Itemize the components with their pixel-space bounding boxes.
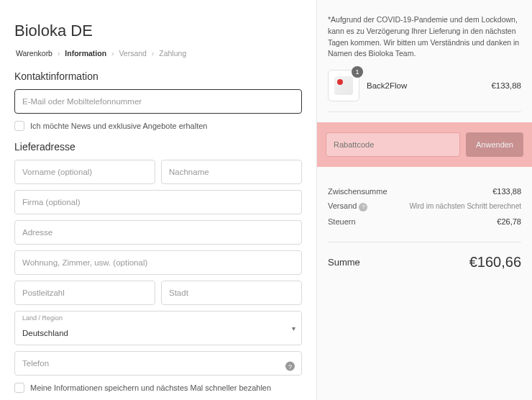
news-checkbox[interactable] — [14, 121, 24, 131]
subtotal-label: Zwischensumme — [328, 187, 387, 196]
chevron-down-icon: ▾ — [292, 324, 295, 332]
zip-field[interactable] — [14, 281, 155, 305]
tax-label: Steuern — [328, 217, 356, 226]
breadcrumb-information: Information — [65, 49, 106, 58]
tax-value: €26,78 — [497, 217, 521, 226]
contact-heading: Kontaktinformation — [14, 71, 302, 82]
country-select[interactable]: Land / Region Deutschland ▾ — [14, 311, 302, 345]
total-label: Summe — [328, 257, 360, 268]
email-field[interactable] — [14, 89, 302, 114]
cart-item: 1 Back2Flow €133,88 — [328, 70, 521, 112]
product-thumbnail: 1 — [328, 70, 359, 101]
discount-section: Anwenden — [317, 122, 532, 167]
page-title: Bioloka DE — [14, 22, 302, 40]
subtotal-value: €133,88 — [492, 187, 521, 196]
order-summary: Zwischensumme €133,88 Versand? Wird im n… — [328, 177, 521, 242]
delivery-heading: Lieferadresse — [14, 141, 302, 153]
save-info-label: Meine Informationen speichern und nächst… — [30, 383, 271, 392]
breadcrumb-payment: Zahlung — [159, 49, 186, 58]
breadcrumb: Warenkorb › Information › Versand › Zahl… — [14, 49, 302, 58]
city-field[interactable] — [161, 281, 302, 305]
first-name-field[interactable] — [14, 160, 155, 184]
product-name: Back2Flow — [367, 81, 484, 90]
company-field[interactable] — [14, 190, 302, 214]
chevron-right-icon: › — [152, 49, 155, 58]
shipping-label: Versand? — [328, 201, 367, 212]
total-value: €160,66 — [469, 254, 521, 271]
help-icon[interactable]: ? — [359, 203, 367, 212]
breadcrumb-cart[interactable]: Warenkorb — [16, 49, 52, 58]
shipping-value: Wird im nächsten Schritt berechnet — [409, 202, 521, 210]
chevron-right-icon: › — [58, 49, 60, 58]
address-field[interactable] — [14, 220, 302, 245]
quantity-badge: 1 — [352, 66, 363, 78]
product-price: €133,88 — [491, 81, 521, 90]
discount-code-input[interactable] — [326, 132, 460, 157]
apply-discount-button[interactable]: Anwenden — [466, 132, 523, 157]
breadcrumb-shipping: Versand — [119, 49, 147, 58]
covid-notice: *Aufgrund der COVID-19-Pandemie und dem … — [328, 14, 521, 60]
news-label: Ich möchte News und exklusive Angebote e… — [30, 122, 207, 130]
country-value: Deutschland — [22, 319, 294, 337]
help-icon[interactable]: ? — [285, 362, 295, 371]
phone-field[interactable] — [14, 351, 302, 376]
last-name-field[interactable] — [161, 160, 302, 184]
chevron-right-icon: › — [111, 49, 114, 58]
save-info-checkbox[interactable] — [14, 383, 24, 393]
apartment-field[interactable] — [14, 250, 302, 275]
country-label: Land / Region — [22, 314, 63, 322]
